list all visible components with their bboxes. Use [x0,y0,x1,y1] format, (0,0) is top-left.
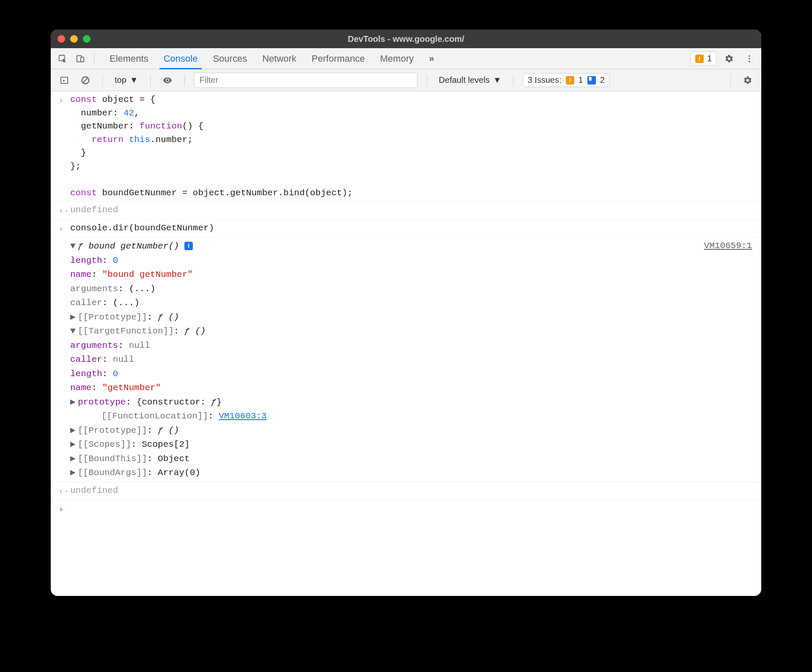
console-result-row: ‹· undefined [51,202,761,220]
disclosure-triangle-right-icon[interactable]: ▶ [70,438,78,451]
svg-point-4 [749,58,750,60]
tab-performance[interactable]: Performance [310,48,367,69]
more-menu-icon[interactable] [742,51,757,66]
live-expression-icon[interactable] [160,73,175,88]
disclosure-triangle-right-icon[interactable]: ▶ [70,396,78,409]
separator [102,74,103,86]
prop-value[interactable]: (...) [129,284,156,294]
tab-label: Network [262,53,296,64]
prop-value: "bound getNumber" [102,270,193,279]
tab-network[interactable]: Network [261,48,298,69]
tab-console[interactable]: Console [162,48,200,69]
maximize-window-button[interactable] [83,35,91,43]
prop-key: length [70,369,102,379]
devtools-window: DevTools - www.google.com/ Elements Cons… [51,30,761,596]
context-selector[interactable]: top ▼ [112,74,141,87]
console-output[interactable]: › const object = { number: 42, getNumber… [51,91,761,596]
prop-value: {constructor: ƒ} [137,397,222,407]
prompt-input[interactable] [70,502,755,516]
prop-value: "getNumber" [102,383,161,393]
disclosure-triangle-right-icon[interactable]: ▶ [70,424,78,437]
prop-value: Object [158,454,190,464]
sidebar-toggle-icon[interactable] [57,73,72,88]
issues-label: 3 Issues: [527,75,561,85]
source-link[interactable]: VM10659:1 [704,239,755,480]
tab-elements[interactable]: Elements [108,48,150,69]
prop-value: 0 [113,369,118,379]
minimize-window-button[interactable] [70,35,78,43]
prop-key: [[TargetFunction]] [78,326,174,336]
disclosure-triangle-right-icon[interactable]: ▶ [70,311,78,324]
prop-value: null [113,355,134,364]
traffic-lights [58,35,91,43]
svg-line-8 [83,78,88,82]
disclosure-triangle-right-icon[interactable]: ▶ [70,466,78,480]
console-settings-icon[interactable] [740,73,755,88]
issues-warn-count: 1 [579,75,583,85]
settings-icon[interactable] [721,51,737,66]
object-tree[interactable]: ▼ƒ bound getNumber() i length: 0 name: "… [70,239,755,480]
issues-badge[interactable]: 3 Issues: ! 1 ▘ 2 [523,73,609,87]
svg-point-5 [749,60,750,62]
console-input-row: › console.dir(boundGetNunmer) [51,220,761,238]
code-input: console.dir(boundGetNunmer) [70,221,755,236]
prop-value: Array(0) [158,468,200,478]
prop-key: [[FunctionLocation]] [102,411,208,421]
input-chevron-icon: › [58,221,70,236]
tab-label: Elements [110,53,148,64]
disclosure-triangle-right-icon[interactable]: ▶ [70,452,78,466]
prop-value[interactable]: (...) [113,298,140,308]
separator [94,53,94,65]
tab-memory[interactable]: Memory [379,48,415,69]
prop-value: ƒ () [158,426,179,435]
inspect-element-icon[interactable] [55,51,70,66]
console-input-row: › const object = { number: 42, getNumber… [51,91,761,202]
prop-key: arguments [70,341,118,350]
info-icon: ▘ [587,76,596,85]
input-chevron-icon: › [58,93,70,199]
prop-value: ƒ () [184,326,206,336]
prop-value: Scopes[2] [142,440,189,449]
tab-sources[interactable]: Sources [211,48,249,69]
separator [150,74,151,86]
disclosure-triangle-down-icon[interactable]: ▼ [70,325,78,338]
warning-count: 1 [707,54,712,63]
info-badge-icon[interactable]: i [184,242,193,250]
clear-console-icon[interactable] [78,73,93,88]
device-toolbar-icon[interactable] [73,51,88,66]
warning-icon: ! [566,76,574,85]
prompt-chevron-icon: › [58,502,70,516]
prop-key: name [70,270,91,279]
close-window-button[interactable] [58,35,65,43]
tab-label: Sources [213,53,247,64]
output-chevron-icon: ‹· [58,484,70,498]
source-link[interactable]: VM10603:3 [219,411,266,421]
prop-key: [[Prototype]] [78,426,147,435]
prop-key: caller [70,298,102,308]
svg-point-3 [749,55,750,57]
prop-key: length [70,256,102,265]
panel-tabs: Elements Console Sources Network Perform… [108,48,436,69]
console-prompt-row[interactable]: › [51,500,761,518]
output-chevron-icon: ‹· [58,203,70,218]
window-title: DevTools - www.google.com/ [51,34,761,44]
tab-overflow[interactable]: » [427,48,436,69]
disclosure-triangle-down-icon[interactable]: ▼ [70,240,78,253]
prop-key: [[BoundThis]] [78,454,147,464]
chevron-down-icon: ▼ [493,75,502,85]
blank-gutter [58,239,70,480]
prop-key: [[BoundArgs]] [78,468,147,478]
separator [730,74,731,86]
function-header: ƒ bound getNumber() [78,241,179,251]
console-result-row: ‹· undefined [51,482,761,500]
prop-key: arguments [70,284,118,294]
result-undefined: undefined [70,203,755,218]
log-levels-selector[interactable]: Default levels ▼ [436,74,504,87]
console-toolbar: top ▼ Default levels ▼ 3 Issues: ! 1 ▘ 2 [51,69,761,91]
prop-key: [[Prototype]] [78,312,147,322]
prop-key: [[Scopes]] [78,440,131,449]
filter-input[interactable] [194,73,417,88]
separator [184,74,185,86]
separator [513,74,513,86]
warning-count-badge[interactable]: ! 1 [691,52,716,66]
